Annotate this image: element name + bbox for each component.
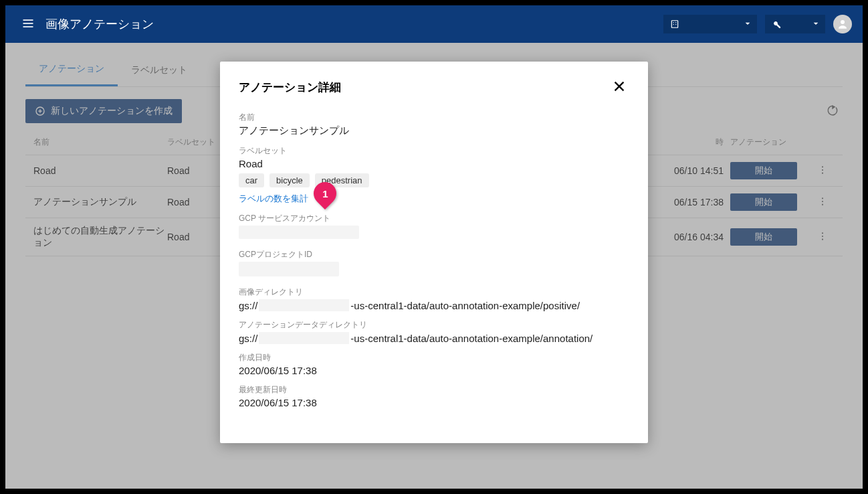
path-prefix: gs:// <box>239 300 257 311</box>
close-icon <box>612 79 627 94</box>
label-chip: bicycle <box>269 173 310 187</box>
field-value-anno-dir: gs:// -us-central1-data/auto-annotation-… <box>239 332 629 344</box>
tool-dropdown[interactable] <box>765 15 825 33</box>
field-value-updated: 2020/06/15 17:38 <box>239 397 629 408</box>
redacted-value <box>259 332 349 344</box>
path-prefix: gs:// <box>239 333 257 344</box>
field-value-labelset: Road <box>239 158 629 169</box>
user-icon <box>837 18 849 30</box>
annotation-detail-modal: アノテーション詳細 名前 アノテーションサンプル ラベルセット Road car… <box>220 62 648 443</box>
field-label-labelset: ラベルセット <box>239 145 629 157</box>
svg-rect-6 <box>673 24 674 25</box>
chevron-down-icon <box>810 18 821 31</box>
chevron-down-icon <box>742 18 753 31</box>
field-value-name: アノテーションサンプル <box>239 125 629 137</box>
field-label-updated: 最終更新日時 <box>239 384 629 396</box>
label-chips: car bicycle pedestrian <box>239 173 629 187</box>
close-button[interactable] <box>609 76 629 98</box>
avatar[interactable] <box>833 15 852 33</box>
field-label-anno-dir: アノテーションデータディレクトリ <box>239 319 629 331</box>
wrench-icon <box>772 19 781 29</box>
org-dropdown[interactable] <box>663 15 757 33</box>
path-suffix: -us-central1-data/auto-annotation-exampl… <box>350 333 592 344</box>
page-title: 画像アノテーション <box>45 16 663 32</box>
field-label-name: 名前 <box>239 112 629 123</box>
label-chip: car <box>239 173 264 187</box>
redacted-value <box>259 299 349 311</box>
pin-number: 1 <box>322 188 328 199</box>
field-value-image-dir: gs:// -us-central1-data/auto-annotation-… <box>239 299 629 311</box>
svg-rect-4 <box>673 22 674 23</box>
svg-rect-5 <box>675 22 676 23</box>
svg-rect-7 <box>675 24 676 25</box>
menu-button[interactable] <box>16 11 40 37</box>
field-label-image-dir: 画像ディレクトリ <box>239 286 629 298</box>
field-label-gcp-sa: GCP サービスアカウント <box>239 213 629 224</box>
redacted-value <box>239 226 359 239</box>
app-header: 画像アノテーション <box>5 5 863 43</box>
modal-title: アノテーション詳細 <box>239 80 609 95</box>
path-suffix: -us-central1-data/auto-annotation-exampl… <box>350 300 580 311</box>
svg-point-8 <box>841 20 845 24</box>
field-label-created: 作成日時 <box>239 352 629 363</box>
hamburger-icon <box>21 17 35 30</box>
svg-rect-3 <box>671 21 677 28</box>
aggregate-labels-link[interactable]: ラベルの数を集計 <box>239 193 308 205</box>
building-icon <box>670 19 679 29</box>
redacted-value <box>239 262 339 276</box>
field-value-created: 2020/06/15 17:38 <box>239 365 629 376</box>
field-label-gcp-project: GCPプロジェクトID <box>239 249 629 260</box>
